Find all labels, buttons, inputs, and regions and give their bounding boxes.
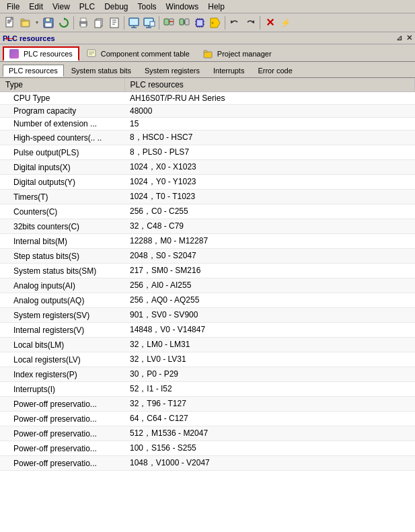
- minimize-button[interactable]: ⚡: [278, 15, 293, 30]
- menu-windows[interactable]: Windows: [162, 1, 203, 12]
- table-cell-type: Number of extension ...: [0, 118, 124, 130]
- table-cell-value: 256，C0 - C255: [124, 204, 415, 219]
- toolbar-sep-5: [260, 16, 260, 30]
- table-cell-type: CPU Type: [0, 92, 124, 105]
- table-row: Program capacity48000: [0, 105, 415, 118]
- table-cell-type: High-speed counters(.. ..: [0, 130, 124, 145]
- tab-plc-resources[interactable]: PLC resources: [3, 46, 79, 61]
- subtab-system-status[interactable]: System status bits: [65, 65, 137, 76]
- new-button[interactable]: [3, 15, 17, 30]
- svg-rect-31: [185, 19, 189, 25]
- table-cell-type: Analog inputs(AI): [0, 278, 124, 293]
- table-cell-value: 30，P0 - P29: [124, 367, 415, 382]
- cpu-button[interactable]: [192, 15, 207, 30]
- subtab-system-registers[interactable]: System registers: [139, 65, 206, 76]
- menu-file[interactable]: File: [3, 1, 24, 12]
- table-cell-value: 8，PLS0 - PLS7: [124, 145, 415, 160]
- table-row: High-speed counters(.. ..8，HSC0 - HSC7: [0, 130, 415, 145]
- monitor2-button[interactable]: [142, 15, 157, 30]
- table-row: System status bits(SM)217，SM0 - SM216: [0, 264, 415, 278]
- table-cell-type: Power-off preservatio...: [0, 456, 124, 471]
- table-cell-value: 8，HSC0 - HSC7: [124, 130, 415, 145]
- table-cell-type: Local registers(LV): [0, 352, 124, 367]
- table-cell-value: 1048，V1000 - V2047: [124, 456, 415, 471]
- table-cell-type: System registers(SV): [0, 308, 124, 323]
- tab-plc-label: PLC resources: [24, 50, 73, 58]
- svg-rect-20: [129, 18, 139, 26]
- panel-pin-button[interactable]: ⊿: [396, 34, 402, 42]
- main-content: Type PLC resources CPU TypeAH16S0T/P-RU …: [0, 78, 415, 532]
- menu-help[interactable]: Help: [204, 1, 229, 12]
- svg-rect-9: [45, 23, 52, 27]
- table-row: 32bits counters(C)32，C48 - C79: [0, 219, 415, 234]
- panel-close-button[interactable]: ✕: [406, 34, 412, 42]
- monitor-button[interactable]: [126, 15, 141, 30]
- save-button[interactable]: [41, 15, 56, 30]
- tab-project-manager[interactable]: Project manager: [197, 46, 278, 61]
- svg-rect-24: [150, 22, 155, 26]
- refresh-button[interactable]: [56, 15, 71, 30]
- svg-rect-15: [95, 20, 101, 28]
- table-row: CPU TypeAH16S0T/P-RU AH Series: [0, 92, 415, 105]
- table-cell-type: System status bits(SM): [0, 264, 124, 278]
- table-cell-value: 512，M1536 - M2047: [124, 426, 415, 441]
- subtab-error-code[interactable]: Error code: [252, 65, 298, 76]
- table-row: Internal bits(M)12288，M0 - M12287: [0, 234, 415, 249]
- table-cell-value: 256，AQ0 - AQ255: [124, 293, 415, 308]
- svg-rect-16: [110, 18, 118, 28]
- tab-proj-label: Project manager: [217, 50, 272, 58]
- table-row: Index registers(P)30，P0 - P29: [0, 367, 415, 382]
- table-cell-type: Internal registers(V): [0, 323, 124, 338]
- svg-rect-8: [46, 18, 50, 22]
- table-row: Counters(C)256，C0 - C255: [0, 204, 415, 219]
- table-cell-type: Analog outputs(AQ): [0, 293, 124, 308]
- table-cell-type: Interrupts(I): [0, 382, 124, 397]
- menu-tools[interactable]: Tools: [134, 1, 161, 12]
- svg-rect-27: [164, 19, 169, 25]
- menu-debug[interactable]: Debug: [100, 1, 132, 12]
- table-cell-value: 1024，Y0 - Y1023: [124, 175, 415, 190]
- svg-rect-13: [81, 24, 86, 27]
- panel-header: PLC resources ⊿ ✕: [0, 32, 415, 44]
- menu-plc[interactable]: PLC: [75, 1, 99, 12]
- copy-button[interactable]: [91, 15, 106, 30]
- table-row: Analog inputs(AI)256，AI0 - AI255: [0, 278, 415, 293]
- cut-button[interactable]: [107, 15, 122, 30]
- table-cell-type: Timers(T): [0, 190, 124, 204]
- table-cell-value: 1024，X0 - X1023: [124, 160, 415, 175]
- table-cell-value: 1024，T0 - T1023: [124, 190, 415, 204]
- toolbar-sep-2: [124, 16, 124, 30]
- table-cell-value: 15: [124, 118, 415, 130]
- table-row: Interrupts(I)52，I1 - I52: [0, 382, 415, 397]
- subtab-plc-resources[interactable]: PLC resources: [3, 65, 64, 77]
- close-x-button[interactable]: ✕: [262, 15, 277, 30]
- resource-table: Type PLC resources CPU TypeAH16S0T/P-RU …: [0, 78, 415, 471]
- toolbar-sep-1: [73, 16, 74, 30]
- table-cell-type: Step status bits(S): [0, 249, 124, 264]
- open-button[interactable]: [18, 15, 33, 30]
- table-row: System registers(SV)901，SV0 - SV900: [0, 308, 415, 323]
- table-cell-type: Power-off preservatio...: [0, 397, 124, 412]
- table-row: Internal registers(V)14848，V0 - V14847: [0, 323, 415, 338]
- tag-button[interactable]: [208, 15, 223, 30]
- table-cell-value: 32，C48 - C79: [124, 219, 415, 234]
- print-button[interactable]: [76, 15, 91, 30]
- compare-button[interactable]: [177, 15, 192, 30]
- dropdown-arrow-button[interactable]: ▾: [34, 15, 40, 30]
- svg-rect-55: [204, 50, 207, 52]
- redo-button[interactable]: [243, 15, 258, 30]
- svg-rect-5: [21, 19, 24, 21]
- table-cell-value: 64，C64 - C127: [124, 412, 415, 426]
- sub-tab-bar: PLC resources System status bits System …: [0, 62, 415, 78]
- toolbar: ▾ ✕ ⚡: [0, 13, 415, 32]
- transfer-button[interactable]: [161, 15, 176, 30]
- undo-button[interactable]: [227, 15, 242, 30]
- menu-edit[interactable]: Edit: [25, 1, 47, 12]
- svg-point-47: [212, 22, 214, 24]
- table-cell-value: 2048，S0 - S2047: [124, 249, 415, 264]
- table-cell-value: 48000: [124, 105, 415, 118]
- table-cell-type: 32bits counters(C): [0, 219, 124, 234]
- menu-view[interactable]: View: [48, 1, 74, 12]
- tab-component-comment[interactable]: Component comment table: [81, 46, 196, 61]
- subtab-interrupts[interactable]: Interrupts: [207, 65, 250, 76]
